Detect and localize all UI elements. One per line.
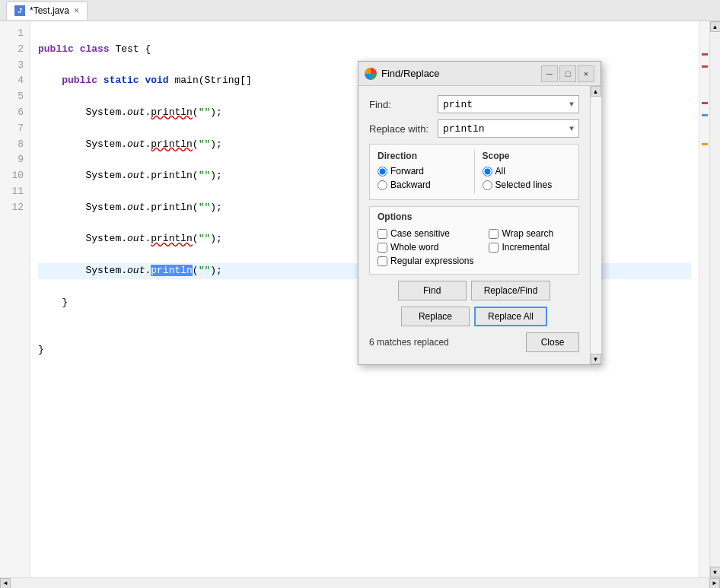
tab-close-icon[interactable]: ×: [74, 5, 79, 16]
close-button[interactable]: Close: [526, 332, 579, 352]
replace-label: Replace with:: [369, 123, 438, 135]
regular-expressions-input[interactable]: [378, 256, 387, 266]
options-checkboxes: Case sensitive Whole word Regular expres…: [370, 228, 578, 274]
radio-selected-lines[interactable]: Selected lines: [483, 180, 572, 190]
replace-dropdown-arrow[interactable]: ▼: [569, 125, 574, 133]
find-replace-dialog: Find/Replace ─ □ × Find: print ▼ Replace…: [358, 61, 601, 365]
direction-title: Direction: [378, 151, 467, 161]
gutter-mark-7: [702, 102, 708, 104]
scroll-down-arrow[interactable]: ▼: [710, 567, 721, 577]
replace-all-button[interactable]: Replace All: [474, 307, 547, 326]
replace-input[interactable]: println ▼: [438, 119, 579, 138]
scope-title: Scope: [483, 151, 572, 161]
radio-forward-input[interactable]: [378, 167, 387, 176]
dialog-scroll-up[interactable]: ▲: [591, 86, 601, 97]
radio-selected-input[interactable]: [483, 180, 492, 190]
wrap-search-checkbox[interactable]: Wrap search: [489, 228, 553, 239]
regular-expressions-checkbox[interactable]: Regular expressions: [378, 256, 473, 266]
options-col-right: Wrap search Incremental: [489, 228, 553, 269]
dialog-scroll-down[interactable]: ▼: [591, 354, 601, 364]
find-dropdown-arrow[interactable]: ▼: [569, 100, 574, 109]
replace-row: Replace with: println ▼: [369, 119, 579, 138]
direction-scope-section: Direction Forward Backward Scope: [369, 144, 579, 200]
eclipse-icon: [365, 68, 377, 80]
scroll-up-arrow[interactable]: ▲: [710, 21, 721, 32]
direction-scope-row: Direction Forward Backward Scope: [370, 145, 578, 199]
radio-forward[interactable]: Forward: [378, 166, 467, 176]
radio-backward-input[interactable]: [378, 180, 387, 190]
case-sensitive-input[interactable]: [378, 229, 387, 239]
options-col-left: Case sensitive Whole word Regular expres…: [378, 228, 473, 269]
whole-word-input[interactable]: [378, 243, 387, 253]
editor-tab[interactable]: J *Test.java ×: [6, 2, 88, 20]
tab-label: *Test.java: [30, 5, 69, 16]
direction-col: Direction Forward Backward: [370, 145, 474, 199]
radio-all-input[interactable]: [483, 167, 492, 176]
dialog-title-left: Find/Replace: [365, 68, 440, 80]
case-sensitive-checkbox[interactable]: Case sensitive: [378, 228, 473, 239]
find-label: Find:: [369, 99, 438, 110]
replace-button[interactable]: Replace: [401, 307, 470, 326]
find-row: Find: print ▼: [369, 95, 579, 113]
status-text: 6 matches replaced: [369, 337, 449, 348]
dialog-scroll-track: [591, 97, 601, 354]
dialog-controls: ─ □ ×: [541, 65, 594, 82]
scroll-track-h: [11, 578, 709, 589]
horizontal-scrollbar[interactable]: ◄ ►: [0, 577, 720, 588]
gutter-mark-3: [702, 53, 708, 56]
radio-all[interactable]: All: [483, 166, 572, 176]
right-gutter: [699, 21, 709, 577]
vertical-scrollbar[interactable]: ▲ ▼: [709, 21, 720, 577]
dialog-maximize-button[interactable]: □: [559, 65, 576, 82]
find-input[interactable]: print ▼: [438, 95, 579, 113]
dialog-minimize-button[interactable]: ─: [541, 65, 558, 82]
dialog-body: Find: print ▼ Replace with: println ▼ Di…: [358, 86, 601, 364]
scroll-right-arrow[interactable]: ►: [709, 578, 720, 589]
scroll-left-arrow[interactable]: ◄: [0, 578, 11, 589]
editor-titlebar: J *Test.java ×: [0, 0, 720, 21]
gutter-mark-8: [702, 114, 708, 116]
scope-col: Scope All Selected lines: [475, 145, 579, 199]
gutter-mark-pink: [702, 143, 708, 145]
status-row: 6 matches replaced Close: [369, 332, 579, 355]
options-title-row: Options: [370, 207, 578, 228]
incremental-checkbox[interactable]: Incremental: [489, 242, 553, 253]
code-line-1: public class Test {: [38, 42, 691, 58]
dialog-titlebar: Find/Replace ─ □ ×: [358, 62, 601, 86]
options-title: Options: [378, 211, 571, 222]
action-buttons-row1: Find Replace/Find: [369, 281, 579, 300]
java-file-icon: J: [14, 5, 25, 16]
options-section: Options Case sensitive Whole word Regula…: [369, 206, 579, 275]
whole-word-checkbox[interactable]: Whole word: [378, 242, 473, 253]
dialog-scrollbar[interactable]: ▲ ▼: [590, 86, 601, 364]
wrap-search-input[interactable]: [489, 229, 499, 239]
action-buttons-row2: Replace Replace All: [369, 307, 579, 326]
incremental-input[interactable]: [489, 243, 499, 253]
dialog-title: Find/Replace: [381, 68, 440, 79]
replace-find-button[interactable]: Replace/Find: [471, 281, 551, 300]
line-numbers: 1 2 3 4 5 6 7 8 9 10 11 12: [0, 21, 30, 577]
find-button[interactable]: Find: [398, 281, 467, 300]
scroll-track-v: [710, 32, 721, 567]
gutter-mark-4: [702, 65, 708, 68]
radio-backward[interactable]: Backward: [378, 180, 467, 190]
dialog-close-button[interactable]: ×: [578, 65, 594, 82]
